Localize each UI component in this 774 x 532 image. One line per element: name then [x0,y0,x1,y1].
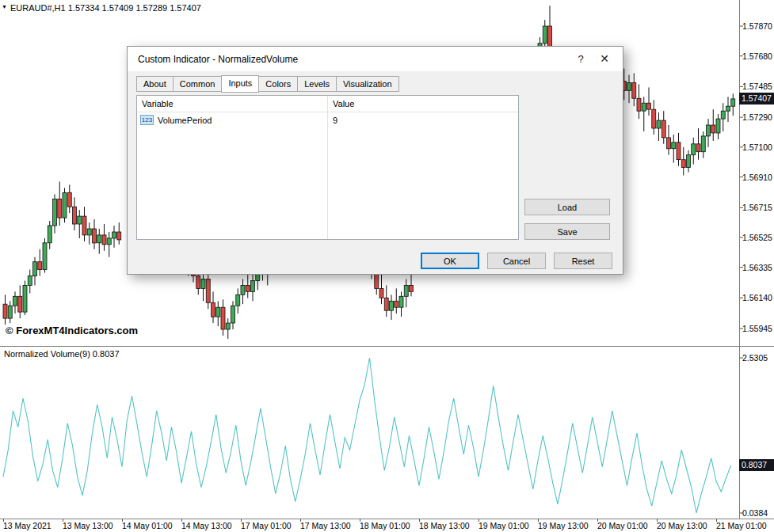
price-axis-label: 1.56525 [742,233,772,242]
time-axis-label: 13 May 2021 [3,521,51,530]
tab-inputs[interactable]: Inputs [221,75,259,93]
indicator-scale-max: 2.5305 [742,353,768,363]
time-axis-label: 20 May 01:00 [597,521,648,530]
price-axis-label: 1.57485 [742,82,772,91]
indicator-value-tag: 0.8037 [739,459,774,471]
save-button[interactable]: Save [524,223,610,240]
time-axis-label: 21 May 01:00 [716,521,767,530]
price-axis-label: 1.56335 [742,263,772,272]
tab-common[interactable]: Common [173,76,223,92]
dialog-tab-strip: AboutCommonInputsColorsLevelsVisualizati… [136,76,398,93]
time-axis-label: 19 May 13:00 [538,521,589,530]
close-button[interactable]: ✕ [593,47,616,71]
time-axis-label: 18 May 01:00 [360,521,410,530]
tab-levels[interactable]: Levels [297,76,337,92]
price-axis-label: 1.57290 [742,112,772,122]
time-axis-label: 20 May 13:00 [657,521,707,530]
price-axis-label: 1.57100 [742,142,772,152]
mt4-terminal: { "chart": { "symbol_ohlc": "EURAUD#,H1 … [0,0,774,532]
indicator-title: Normalized Volume(9) 0.8037 [4,349,120,359]
current-price-tag: 1.57407 [739,93,774,104]
custom-indicator-dialog: Custom Indicator - NormalizedVolume ? ✕ … [127,46,623,275]
dialog-titlebar[interactable]: Custom Indicator - NormalizedVolume ? ✕ [128,47,623,71]
column-header-value: Value [327,96,518,112]
time-axis-label: 14 May 13:00 [181,521,232,530]
time-axis-label: 14 May 01:00 [122,521,173,530]
price-axis-label: 1.56910 [742,173,772,182]
price-axis-label: 1.56715 [742,203,772,212]
integer-type-icon: 123 [140,115,154,125]
dialog-title: Custom Indicator - NormalizedVolume [128,54,569,65]
ok-button[interactable]: OK [421,253,479,269]
time-axis-label: 19 May 01:00 [479,521,529,530]
chart-watermark: © ForexMT4Indicators.com [6,325,138,336]
time-axis-label: 18 May 13:00 [419,521,470,530]
price-axis-label: 1.55945 [742,324,772,333]
cancel-button[interactable]: Cancel [487,253,546,269]
symbol-marker-icon: ▼ [2,4,7,10]
price-axis-label: 1.57870 [742,21,772,31]
time-axis-label: 17 May 01:00 [241,521,292,530]
variable-name: VolumePeriod [158,116,212,125]
tab-about[interactable]: About [136,76,173,92]
load-button[interactable]: Load [524,199,610,215]
value-cell[interactable]: 9 [327,116,518,125]
column-header-variable: Variable [137,96,327,112]
tab-colors[interactable]: Colors [258,76,298,92]
inputs-table: Variable Value 123 VolumePeriod 9 [136,95,519,240]
tab-visualization[interactable]: Visualization [336,76,399,92]
chart-symbol-ohlc: EURAUD#,H1 1.57334 1.57409 1.57289 1.574… [10,3,201,13]
variable-cell: 123 VolumePeriod [137,115,327,125]
indicator-scale-min: 0.0384 [742,508,768,518]
price-axis-label: 1.57680 [742,51,772,61]
price-axis-label: 1.56140 [742,293,772,302]
table-column-divider [327,96,328,239]
help-button[interactable]: ? [569,47,593,71]
time-axis-label: 13 May 13:00 [63,521,113,530]
time-axis-label: 17 May 13:00 [300,521,351,530]
indicator-line [3,358,731,513]
reset-button[interactable]: Reset [554,253,612,269]
